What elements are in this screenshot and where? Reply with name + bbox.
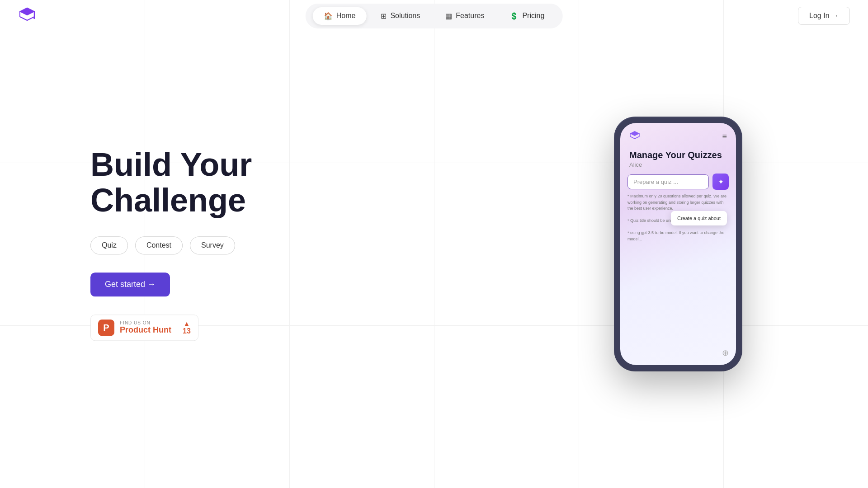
tag-buttons: Quiz Contest Survey	[90, 237, 252, 255]
phone-header: ≡	[620, 123, 736, 146]
nav-item-home[interactable]: 🏠 Home	[313, 7, 367, 25]
solutions-icon: ⊞	[381, 12, 387, 20]
sparkle-icon: ✦	[718, 178, 724, 186]
phone-info-line1: * Maximum only 20 questions allowed per …	[627, 194, 726, 211]
phone-search-button[interactable]: ✦	[712, 174, 729, 190]
phone-mockup-container: ≡ Manage Your Quizzes Alice Prepare a qu…	[615, 117, 741, 371]
nav-label-pricing: Pricing	[522, 12, 544, 20]
product-hunt-logo: P	[98, 320, 114, 336]
product-hunt-badge[interactable]: P FIND US ON Product Hunt ▲ 13	[90, 315, 198, 341]
tag-contest[interactable]: Contest	[135, 237, 183, 255]
upvote-arrow-icon: ▲	[184, 320, 190, 328]
nav-label-home: Home	[336, 12, 356, 20]
product-hunt-name: Product Hunt	[120, 326, 171, 335]
product-hunt-upvotes: ▲ 13	[177, 320, 191, 336]
home-icon: 🏠	[324, 12, 333, 20]
phone-tooltip: Create a quiz about	[671, 211, 727, 225]
phone-search-input[interactable]: Prepare a quiz ...	[627, 174, 709, 189]
phone-subtitle: Alice	[620, 161, 736, 174]
phone-search-row: Prepare a quiz ... ✦	[627, 174, 729, 190]
hero-title: Build Your Challenge	[90, 147, 252, 218]
phone-menu-icon[interactable]: ≡	[722, 132, 727, 141]
logo[interactable]	[18, 6, 36, 26]
header: 🏠 Home ⊞ Solutions ▦ Features 💲 Pricing …	[0, 0, 868, 32]
nav-item-solutions[interactable]: ⊞ Solutions	[370, 7, 431, 25]
phone-title: Manage Your Quizzes	[620, 146, 736, 161]
product-hunt-text: FIND US ON Product Hunt	[120, 321, 171, 335]
tag-quiz[interactable]: Quiz	[90, 237, 128, 255]
get-started-button[interactable]: Get started →	[90, 273, 170, 297]
tag-survey[interactable]: Survey	[190, 237, 235, 255]
login-button[interactable]: Log In →	[798, 7, 850, 25]
svg-point-1	[33, 17, 35, 19]
phone-screen: ≡ Manage Your Quizzes Alice Prepare a qu…	[620, 123, 736, 365]
pricing-icon: 💲	[509, 12, 519, 20]
phone-bottom-icon: ⊕	[722, 348, 729, 358]
phone-device: ≡ Manage Your Quizzes Alice Prepare a qu…	[615, 117, 741, 371]
nav-item-features[interactable]: ▦ Features	[434, 7, 495, 25]
phone-info-line3: * using gpt-3.5-turbo model. If you want…	[627, 230, 724, 241]
product-hunt-find-label: FIND US ON	[120, 321, 171, 326]
upvote-count: 13	[183, 328, 191, 336]
phone-logo-icon	[629, 130, 640, 143]
features-icon: ▦	[445, 12, 452, 20]
hero-section: Build Your Challenge Quiz Contest Survey…	[90, 147, 252, 341]
main-nav: 🏠 Home ⊞ Solutions ▦ Features 💲 Pricing	[306, 4, 563, 28]
nav-item-pricing[interactable]: 💲 Pricing	[499, 7, 555, 25]
nav-label-solutions: Solutions	[390, 12, 420, 20]
nav-label-features: Features	[456, 12, 484, 20]
hero-title-line2: Challenge	[90, 183, 246, 219]
hero-title-line1: Build Your	[90, 146, 252, 183]
